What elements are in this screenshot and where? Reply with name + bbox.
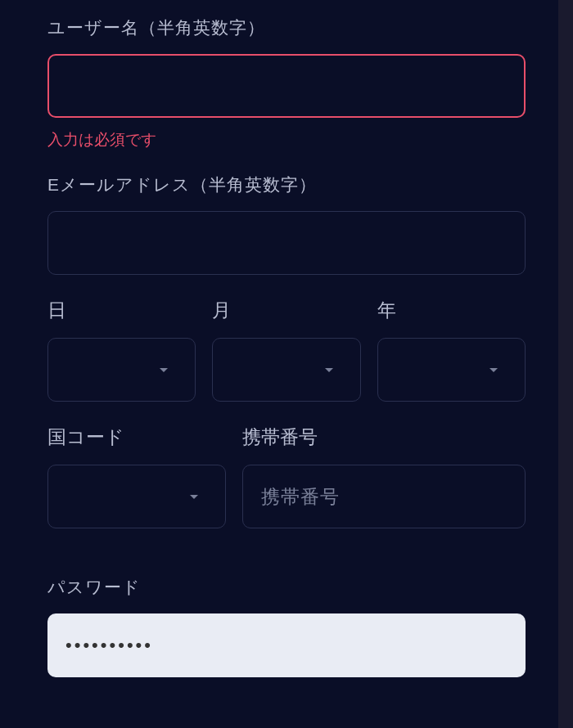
phone-number-input[interactable] [242, 465, 526, 528]
day-label: 日 [47, 298, 196, 323]
chevron-down-icon [319, 360, 339, 380]
country-code-select[interactable] [47, 465, 226, 528]
chevron-down-icon [184, 487, 204, 506]
username-error-text: 入力は必須です [47, 129, 526, 151]
year-label: 年 [377, 298, 526, 323]
email-label: Eメールアドレス（半角英数字） [47, 173, 526, 196]
month-label: 月 [212, 298, 360, 323]
day-select[interactable] [47, 338, 196, 402]
country-code-label: 国コード [47, 425, 226, 450]
year-select[interactable] [377, 338, 526, 402]
right-edge-decoration [558, 0, 573, 728]
password-label: パスワード [47, 576, 526, 599]
chevron-down-icon [154, 360, 174, 380]
email-input[interactable] [47, 211, 526, 275]
username-label: ユーザー名（半角英数字） [47, 16, 526, 39]
chevron-down-icon [484, 360, 503, 380]
month-select[interactable] [212, 338, 360, 402]
phone-number-label: 携帯番号 [242, 425, 526, 450]
password-input[interactable] [47, 613, 526, 677]
username-input[interactable] [47, 54, 526, 118]
